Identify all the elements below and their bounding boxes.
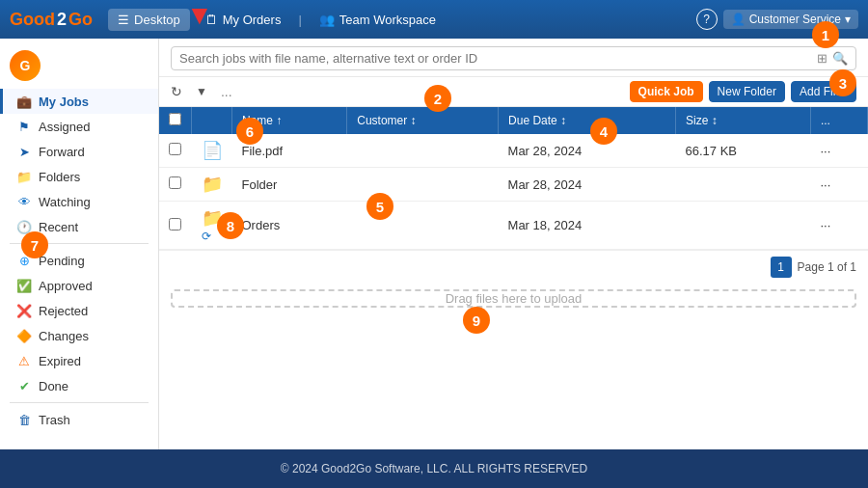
sidebar-approved-label: Approved — [39, 279, 93, 293]
refresh-icon[interactable]: ↻ — [171, 84, 182, 99]
select-all-checkbox[interactable] — [169, 113, 181, 125]
sidebar-item-folders[interactable]: 📁 Folders — [0, 164, 158, 189]
upload-area[interactable]: Drag files here to upload — [171, 289, 856, 308]
nav-separator: | — [298, 13, 301, 27]
quick-job-button[interactable]: Quick Job — [630, 81, 703, 102]
sidebar-item-trash[interactable]: 🗑 Trash — [0, 407, 158, 432]
flag-icon: ⚑ — [16, 119, 32, 134]
pagination: 1 Page 1 of 1 — [159, 250, 868, 284]
forward-icon: ➤ — [16, 144, 32, 159]
sidebar-pending-label: Pending — [39, 254, 85, 268]
toolbar-dots[interactable]: ... — [221, 84, 232, 99]
file-icon: 📄 — [202, 141, 223, 160]
desktop-icon: ☰ — [118, 13, 129, 27]
toolbar: ↻ ▼ ... Quick Job New Folder Add Files — [159, 77, 868, 107]
row-checkbox-cell[interactable] — [159, 202, 192, 250]
sidebar-item-changes[interactable]: 🔶 Changes — [0, 323, 158, 348]
file-table: Name ↑ Customer ↕ Due Date ↕ Size ↕ ... — [159, 107, 868, 250]
pagination-label: Page 1 of 1 — [798, 260, 856, 274]
loading-spinner-icon: ⟳ — [202, 230, 211, 243]
row-icon-cell: 📁 — [192, 168, 232, 202]
search-icon[interactable]: 🔍 — [832, 51, 848, 66]
sidebar-divider — [10, 243, 149, 244]
row-name[interactable]: Orders — [232, 202, 347, 250]
new-folder-button[interactable]: New Folder — [709, 81, 785, 102]
nav-desktop[interactable]: ☰ Desktop — [108, 9, 190, 31]
sidebar-item-rejected[interactable]: ❌ Rejected — [0, 298, 158, 323]
row-checkbox-cell[interactable] — [159, 134, 192, 168]
row-checkbox[interactable] — [169, 143, 181, 155]
sidebar-folders-label: Folders — [39, 170, 80, 184]
expired-icon: ⚠ — [16, 353, 32, 368]
due-date-col-header[interactable]: Due Date ↕ — [499, 107, 676, 134]
sidebar-item-watching[interactable]: 👁 Watching — [0, 189, 158, 214]
sidebar-item-recent[interactable]: 🕐 Recent — [0, 214, 158, 239]
size-col-header[interactable]: Size ↕ — [675, 107, 810, 134]
sidebar-item-expired[interactable]: ⚠ Expired — [0, 348, 158, 373]
filter-icon: ▼ — [196, 85, 207, 98]
folder-icon: 📁 — [16, 169, 32, 184]
filter-button[interactable]: ▼ — [188, 82, 215, 101]
done-icon: ✔ — [16, 378, 32, 393]
row-name[interactable]: File.pdf — [232, 134, 347, 168]
row-checkbox-cell[interactable] — [159, 168, 192, 202]
row-icon-cell: 📄 — [192, 134, 232, 168]
grid-view-icon[interactable]: ⊞ — [817, 51, 827, 66]
actions-col-header: ... — [810, 107, 867, 134]
row-actions[interactable]: ··· — [810, 168, 867, 202]
top-nav: Good2Go ☰ Desktop 🗒 My Orders | 👥 Team W… — [0, 0, 868, 39]
row-due-date: Mar 28, 2024 — [499, 134, 676, 168]
sidebar: G 💼 My Jobs ⚑ Assigned ➤ Forward 📁 Folde… — [0, 39, 159, 449]
row-checkbox[interactable] — [169, 176, 181, 189]
upload-label: Drag files here to upload — [446, 291, 583, 306]
sidebar-item-forward[interactable]: ➤ Forward — [0, 139, 158, 164]
row-size — [675, 168, 810, 202]
user-label: Customer Service — [749, 13, 841, 26]
table-row: 📁 Folder Mar 28, 2024 ··· — [159, 168, 868, 202]
search-area: ⊞ 🔍 — [159, 39, 868, 77]
row-actions[interactable]: ··· — [810, 202, 867, 250]
sidebar-trash-label: Trash — [39, 413, 70, 427]
select-all-header[interactable] — [159, 107, 192, 134]
sidebar-item-approved[interactable]: ✅ Approved — [0, 273, 158, 298]
row-customer — [347, 202, 499, 250]
rejected-icon: ❌ — [16, 303, 32, 318]
nav-workspace-label: Team Workspace — [339, 13, 436, 27]
eye-icon: 👁 — [16, 194, 32, 209]
nav-orders-label: My Orders — [223, 13, 282, 27]
current-page: 1 — [771, 257, 792, 278]
row-actions[interactable]: ··· — [810, 134, 867, 168]
sidebar-forward-label: Forward — [39, 145, 85, 159]
content-area: ⊞ 🔍 ↻ ▼ ... Quick Job New Folder Add Fil… — [159, 39, 868, 449]
row-due-date: Mar 18, 2024 — [499, 202, 676, 250]
sidebar-done-label: Done — [39, 379, 68, 393]
help-button[interactable]: ? — [696, 9, 718, 30]
user-menu-button[interactable]: 👤 Customer Service ▾ — [723, 10, 858, 29]
add-files-button[interactable]: Add Files — [791, 81, 856, 102]
logo-two: 2 — [57, 10, 67, 30]
table-row: 📄 File.pdf Mar 28, 2024 66.17 KB ··· — [159, 134, 868, 168]
row-checkbox[interactable] — [169, 218, 181, 230]
table-row: 📁 ⟳ Orders Mar 18, 2024 ··· — [159, 202, 868, 250]
logo: Good2Go — [10, 10, 93, 30]
sidebar-item-assigned[interactable]: ⚑ Assigned — [0, 114, 158, 139]
nav-my-orders[interactable]: 🗒 My Orders — [196, 9, 291, 31]
footer: © 2024 Good2Go Software, LLC. ALL RIGHTS… — [0, 449, 868, 488]
sidebar-item-my-jobs[interactable]: 💼 My Jobs — [0, 89, 158, 114]
approved-icon: ✅ — [16, 278, 32, 293]
clock-icon: 🕐 — [16, 219, 32, 234]
nav-desktop-label: Desktop — [134, 13, 180, 27]
orders-icon: 🗒 — [205, 13, 218, 27]
row-name[interactable]: Folder — [232, 168, 347, 202]
customer-col-header[interactable]: Customer ↕ — [347, 107, 499, 134]
name-col-header[interactable]: Name ↑ — [232, 107, 347, 134]
row-size — [675, 202, 810, 250]
folder-icon: 📁 — [202, 175, 223, 194]
user-dropdown-icon: ▾ — [845, 13, 851, 26]
sidebar-item-done[interactable]: ✔ Done — [0, 373, 158, 398]
sidebar-item-pending[interactable]: ⊕ Pending — [0, 248, 158, 273]
sidebar-logo-row: G — [0, 46, 158, 89]
search-input[interactable] — [179, 51, 817, 66]
nav-team-workspace[interactable]: 👥 Team Workspace — [310, 9, 446, 31]
logo-go: Go — [68, 10, 93, 30]
